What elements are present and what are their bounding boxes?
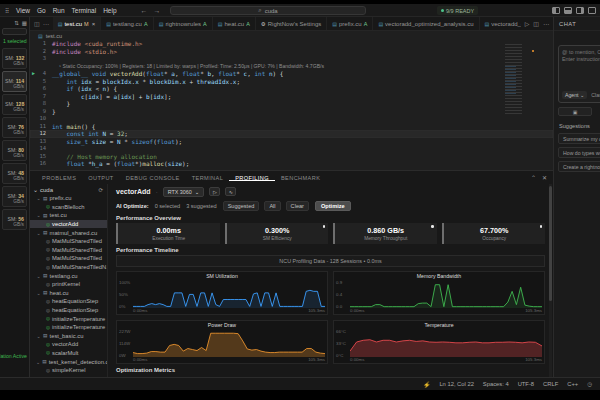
gpu-card[interactable]: SM: 80GB/s xyxy=(2,140,27,161)
ai-clear-button[interactable]: Clear xyxy=(286,201,309,211)
code-line[interactable]: 13 size_t size = N * sizeof(float); xyxy=(30,138,553,146)
attach-image-button[interactable]: ▣ xyxy=(558,107,592,116)
menu-item-help[interactable]: Help xyxy=(103,7,116,14)
ai-all-button[interactable]: All xyxy=(264,201,280,211)
tree-kernel-vectoradd[interactable]: ◎vectorAdd xyxy=(30,220,107,229)
profiler-scrollbar[interactable] xyxy=(549,184,552,377)
panel-tab-output[interactable]: OUTPUT xyxy=(82,175,119,181)
tree-file-test-kernel-detection-cu[interactable]: ⌄▤test_kernel_detection.cu xyxy=(30,357,107,366)
grid-icon[interactable]: ▦ xyxy=(22,20,27,26)
code-line[interactable]: 6 if (idx < n) { xyxy=(30,85,553,93)
toggle-secondary-sidebar-icon[interactable] xyxy=(576,7,584,14)
tree-kernel-matmulsharedtiledn-[interactable]: ◎MatMulSharedTiledN… xyxy=(30,263,107,272)
panel-close-icon[interactable]: ✕ xyxy=(542,174,547,181)
gpu-card[interactable]: SM: 34GB/s xyxy=(2,186,27,207)
chat-input[interactable]: @ to mention, Ctrl+L to add selection. E… xyxy=(558,45,600,103)
tree-kernel-printkernel[interactable]: ◎printKernel xyxy=(30,280,107,289)
customize-layout-icon[interactable] xyxy=(588,7,596,14)
sliders-icon[interactable]: ⇅ xyxy=(14,20,19,26)
panel-maximize-icon[interactable]: ⌃ xyxy=(531,174,536,181)
code-line[interactable]: 7 c[idx] = a[idx] + b[idx]; xyxy=(30,93,553,101)
tree-file-matmul-shared-cu[interactable]: ⌄▤matmul_shared.cu xyxy=(30,228,107,237)
tab-rightnowrules[interactable]: ▤rightnowrulesA xyxy=(154,17,213,30)
panel-tab-benchmark[interactable]: BENCHMARK xyxy=(275,175,326,181)
close-icon[interactable]: × xyxy=(92,21,96,27)
tab-vectoradd-optimized-analysis-cu[interactable]: ▤vectoradd_optimized_analysis.cu xyxy=(373,17,479,30)
more-tabs-icon[interactable]: ⋯ xyxy=(43,20,49,27)
editor-more-actions-icon[interactable]: ⋯ xyxy=(543,20,549,27)
code-line[interactable]: 10 xyxy=(30,115,553,123)
tab-test-cu[interactable]: ▤test.cuM× xyxy=(53,17,102,30)
tree-file-testlang-cu[interactable]: ⌄▤testlang.cu xyxy=(30,271,107,280)
info-dot-icon[interactable] xyxy=(323,225,326,228)
code-line[interactable]: 12 const int N = 32; xyxy=(30,130,553,138)
panel-tab-debug-console[interactable]: DEBUG CONSOLE xyxy=(120,175,186,181)
gpu-filter-input[interactable] xyxy=(2,28,27,35)
tree-file-prefix-cu[interactable]: ⌄▤prefix.cu xyxy=(30,194,107,203)
tree-kernel-matmulsharedtiled[interactable]: ◎MatMulSharedTiled xyxy=(30,246,107,255)
status-crlf[interactable]: CRLF xyxy=(543,381,558,387)
code-line[interactable]: 15 // Host memory allocation xyxy=(30,153,553,161)
status-c-[interactable]: C++ xyxy=(567,381,578,387)
panel-tab-problems[interactable]: PROBLEMS xyxy=(36,175,82,181)
tree-kernel-scanblelloch[interactable]: ◎scanBlelloch xyxy=(30,203,107,212)
tree-kernel-matmulsharedtiled[interactable]: ◎MatMulSharedTiled xyxy=(30,237,107,246)
status-ln-12-col-22[interactable]: Ln 12, Col 22 xyxy=(439,381,473,387)
app-menu-icon[interactable]: ⠿ xyxy=(0,7,14,14)
code-line[interactable]: 16 float *h_a = (float*)malloc(size); xyxy=(30,160,553,168)
chat-tab[interactable]: CHAT xyxy=(554,17,600,31)
tree-kernel-heatequationstep[interactable]: ◎heatEquationStep xyxy=(30,297,107,306)
tree-kernel-heatequationstep[interactable]: ◎heatEquationStep xyxy=(30,306,107,315)
status-spaces-4[interactable]: Spaces: 4 xyxy=(483,381,509,387)
breadcrumb[interactable]: ▤ test.cu xyxy=(30,31,553,40)
chat-suggestion[interactable]: How do types work in t xyxy=(558,147,600,158)
chart-memory-bandwidth[interactable]: Memory Bandwidth0.90.40.00.00ms105.3ms xyxy=(333,271,545,315)
toggle-sidebar-icon[interactable] xyxy=(552,7,560,14)
chart-power-draw[interactable]: Power Draw227W114W0W0.00ms105.3ms xyxy=(116,320,328,364)
tree-file-test-cu[interactable]: ⌄▤test.cu xyxy=(30,211,107,220)
chart-view-button[interactable]: ∿ xyxy=(225,187,236,196)
status-utf-8[interactable]: UTF-8 xyxy=(518,381,534,387)
menu-item-terminal[interactable]: Terminal xyxy=(72,7,97,14)
chat-suggestion[interactable]: Summarize my codebase xyxy=(558,133,600,144)
tab-prefix-cu[interactable]: ▤prefix.cuA xyxy=(327,17,373,30)
gpu-card[interactable]: SM: 56GB/s xyxy=(2,209,27,230)
nav-forward-icon[interactable]: → xyxy=(154,7,161,14)
tree-kernel-initializetemperature[interactable]: ◎initializeTemperature xyxy=(30,314,107,323)
menu-item-run[interactable]: Run xyxy=(53,7,65,14)
code-line[interactable]: 11int main() { xyxy=(30,123,553,131)
tree-kernel-scalarmult[interactable]: ◎scalarMult xyxy=(30,349,107,358)
code-line[interactable]: 2#include <stdio.h> xyxy=(30,48,553,56)
tab-heat-cu[interactable]: ▤heat.cuA xyxy=(213,17,256,30)
run-profile-button[interactable]: ▷ xyxy=(209,187,220,196)
code-line[interactable]: 5 int idx = blockIdx.x * blockDim.x + th… xyxy=(30,78,553,86)
tab-testlang-cu[interactable]: ▤testlang.cuA xyxy=(101,17,153,30)
menu-item-view[interactable]: View xyxy=(16,7,30,14)
menu-item-go[interactable]: Go xyxy=(37,7,46,14)
info-dot-icon[interactable] xyxy=(431,225,434,228)
split-editor-icon[interactable]: ◫ xyxy=(34,20,40,27)
tree-kernel-simplekernel[interactable]: ◎simpleKernel xyxy=(30,366,107,375)
tab-rightnow-s-settings[interactable]: ⚙RightNow's Settings xyxy=(256,17,327,30)
gpu-card[interactable]: SM: 114GB/s xyxy=(2,71,27,92)
agent-mode-dropdown[interactable]: Agent ⌄ xyxy=(562,91,587,99)
chart-sm-utilization[interactable]: SM Utilization100%50%0%0.00ms105.3ms xyxy=(116,271,328,315)
ai-suggested-button[interactable]: Suggested xyxy=(223,201,260,211)
zap-icon[interactable]: ⚡ xyxy=(423,381,431,388)
model-selector[interactable]: Claude 4 S xyxy=(591,92,600,98)
chart-temperature[interactable]: Temperature66°C33°C0°C0.00ms105.3ms xyxy=(333,320,545,364)
gpu-card[interactable]: SM: 128GB/s xyxy=(2,94,27,115)
tree-file-heat-cu[interactable]: ⌄▤heat.cu xyxy=(30,289,107,298)
code-line[interactable]: 14 xyxy=(30,145,553,153)
panel-tab-terminal[interactable]: TERMINAL xyxy=(186,175,229,181)
code-line[interactable]: 1#include <cuda_runtime.h> xyxy=(30,40,553,48)
refresh-icon[interactable]: ⟳ xyxy=(98,187,103,193)
codelens-occupancy[interactable]: ◔ Static Occupancy: 100% | Registers: 18… xyxy=(30,63,553,71)
optimize-button[interactable]: Optimize xyxy=(315,201,351,211)
tree-kernel-vectoradd[interactable]: ◎vectorAdd xyxy=(30,340,107,349)
panel-tab-profiling[interactable]: PROFILING xyxy=(229,175,275,181)
run-file-icon[interactable]: ▷ xyxy=(525,20,530,27)
gpu-card[interactable]: SM: 48GB/s xyxy=(2,163,27,184)
split-editor-right-icon[interactable]: ◫ xyxy=(533,20,539,27)
tab-vectoradd-op[interactable]: ▤vectoradd_op xyxy=(480,17,521,30)
